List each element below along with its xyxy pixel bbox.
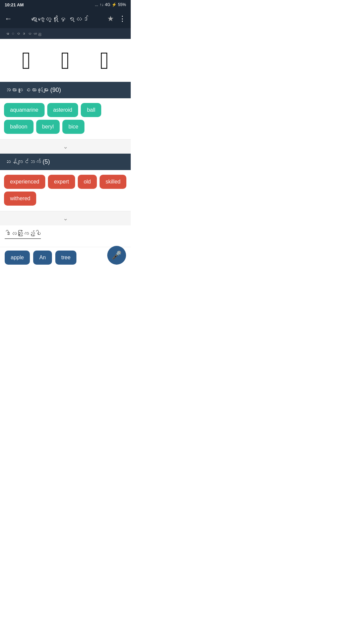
related-tag[interactable]: beryl xyxy=(36,120,60,134)
header: ← ရှာဖွေတွေ့ရိုမှ ရလဒ် ★ ⋮ xyxy=(0,9,131,28)
synonyms-expand-button[interactable]: ⌄ xyxy=(0,211,131,225)
related-tag[interactable]: aquamarine xyxy=(4,103,45,117)
synonyms-section-label: ဆန်ကျင်ဘက် (5) xyxy=(5,158,50,165)
battery-icon: ⚡ xyxy=(112,2,117,7)
apple-icons-section:    xyxy=(0,39,131,82)
subtitle-text: ပ ေ ဝ ဒ ပ ယည xyxy=(5,31,41,36)
also-see-label: ဒါလည်းကြည့်ပါ xyxy=(5,230,41,239)
related-expand-button[interactable]: ⌄ xyxy=(0,139,131,154)
synonyms-tags-container: experiencedexpertoldskilledwithered xyxy=(0,170,131,208)
related-section-label: အလာားတူ စကားလုံးများ (90) xyxy=(5,87,61,93)
related-tag[interactable]: ball xyxy=(81,103,101,117)
favorite-button[interactable]: ★ xyxy=(107,14,114,23)
related-section-header: အလာားတူ စကားလုံးများ (90) xyxy=(0,82,131,98)
subtitle-bar: ပ ေ ဝ ဒ ပ ယည xyxy=(0,28,131,39)
synonym-tag[interactable]: expert xyxy=(48,175,75,189)
synonym-tag[interactable]: experienced xyxy=(4,175,45,189)
status-time: 10:21 AM xyxy=(5,2,24,7)
data-arrows-icon: ↑↓ xyxy=(100,2,104,7)
more-options-button[interactable]: ⋮ xyxy=(119,14,126,23)
bottom-tag[interactable]: An xyxy=(33,251,52,265)
chevron-down-icon-2: ⌄ xyxy=(63,215,68,222)
also-see-section: ဒါလည်းကြည့်ပါ xyxy=(0,225,131,247)
apple-icon-1:  xyxy=(22,48,31,72)
page-title: ရှာဖွေတွေ့ရိုမှ ရလဒ် xyxy=(17,15,103,23)
mic-button[interactable]: 🎤 xyxy=(107,246,126,265)
bottom-tag[interactable]: apple xyxy=(5,251,30,265)
chevron-down-icon: ⌄ xyxy=(63,143,68,150)
back-button[interactable]: ← xyxy=(5,14,12,23)
related-tag[interactable]: asteroid xyxy=(47,103,78,117)
status-icons: ... ↑↓ 4G ⚡ 55% xyxy=(95,2,126,7)
related-tag[interactable]: balloon xyxy=(4,120,34,134)
mic-icon: 🎤 xyxy=(112,251,122,260)
signal-bars-icon: 4G xyxy=(105,2,110,7)
synonym-tag[interactable]: withered xyxy=(4,192,36,206)
status-bar: 10:21 AM ... ↑↓ 4G ⚡ 55% xyxy=(0,0,131,9)
apple-icon-3:  xyxy=(100,48,109,72)
synonym-tag[interactable]: skilled xyxy=(100,175,126,189)
battery-pct: 55% xyxy=(118,2,126,7)
bottom-bar: appleAntree 🎤 xyxy=(0,247,131,268)
related-tags-container: aquamarineasteroidballballoonberylbice xyxy=(0,98,131,136)
related-tag[interactable]: bice xyxy=(62,120,84,134)
synonyms-section-header: ဆန်ကျင်ဘက် (5) xyxy=(0,154,131,170)
bottom-tag[interactable]: tree xyxy=(55,251,77,265)
synonym-tag[interactable]: old xyxy=(78,175,97,189)
signal-dots-icon: ... xyxy=(95,2,98,7)
apple-icon-2:  xyxy=(61,48,70,72)
